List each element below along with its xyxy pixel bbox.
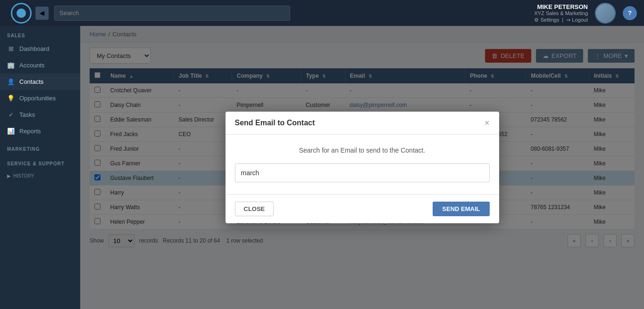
modal-footer: CLOSE SEND EMAIL (226, 194, 499, 223)
sidebar-item-opportunities[interactable]: 💡 Opportunities (0, 90, 80, 106)
logout-link[interactable]: Logout (572, 17, 588, 23)
help-button[interactable]: ? (623, 6, 637, 20)
settings-link[interactable]: Settings (540, 17, 559, 23)
history-label: HISTORY (13, 173, 34, 179)
modal-close-button[interactable]: CLOSE (235, 202, 274, 216)
sidebar-item-label: Opportunities (19, 95, 56, 102)
modal-header: Send Email to Contact × (226, 112, 499, 135)
main-layout: SALES ⊞ Dashboard 🏢 Accounts 👤 Contacts … (0, 26, 644, 309)
sidebar: SALES ⊞ Dashboard 🏢 Accounts 👤 Contacts … (0, 26, 80, 309)
modal-body: Search for an Email to send to the Conta… (226, 135, 499, 194)
sidebar-item-tasks[interactable]: ✓ Tasks (0, 106, 80, 123)
tasks-icon: ✓ (7, 111, 15, 118)
sidebar-item-contacts[interactable]: 👤 Contacts (0, 73, 80, 90)
nav-right-section: MIKE PETERSON XYZ Sales & Marketing ⚙ Se… (534, 3, 637, 24)
user-info-block: MIKE PETERSON XYZ Sales & Marketing ⚙ Se… (534, 3, 588, 23)
sidebar-item-reports[interactable]: 📊 Reports (0, 123, 80, 139)
modal-close-x-button[interactable]: × (485, 119, 490, 127)
nav-collapse-button[interactable]: ◀ (35, 7, 49, 20)
modal-title: Send Email to Contact (235, 119, 315, 127)
logout-icon: ⇒ (566, 17, 570, 23)
user-name: MIKE PETERSON (534, 3, 588, 10)
sidebar-item-accounts[interactable]: 🏢 Accounts (0, 57, 80, 73)
sidebar-history-expand[interactable]: ▶ HISTORY (0, 169, 80, 183)
accounts-icon: 🏢 (7, 62, 15, 69)
sidebar-section-service: SERVICE & SUPPORT (0, 154, 80, 169)
sidebar-section-sales: SALES (0, 26, 80, 41)
avatar-image (596, 4, 615, 23)
reports-icon: 📊 (7, 128, 15, 135)
sidebar-item-label: Tasks (19, 111, 35, 118)
sidebar-item-label: Accounts (19, 62, 44, 69)
sidebar-item-label: Dashboard (19, 45, 50, 52)
search-placeholder-text: Search (59, 9, 79, 16)
modal-description: Search for an Email to send to the Conta… (235, 146, 490, 154)
sidebar-item-label: Reports (19, 128, 41, 135)
content-area: Home / Contacts My Contacts All Contacts… (80, 26, 644, 309)
avatar[interactable] (595, 3, 616, 24)
global-search-bar[interactable]: Search (54, 6, 290, 21)
send-email-modal: Send Email to Contact × Search for an Em… (226, 112, 499, 223)
modal-overlay: Send Email to Contact × Search for an Em… (80, 26, 644, 309)
expand-icon: ▶ (7, 173, 11, 179)
email-search-input[interactable] (235, 163, 490, 182)
settings-icon: ⚙ (534, 17, 539, 23)
sidebar-section-marketing: MARKETING (0, 139, 80, 154)
dashboard-icon: ⊞ (7, 45, 15, 52)
user-links: ⚙ Settings | ⇒ Logout (534, 17, 588, 23)
send-email-button[interactable]: SEND EMAIL (433, 202, 489, 216)
opportunities-icon: 💡 (7, 95, 15, 102)
contacts-icon: 👤 (7, 78, 15, 85)
sidebar-item-label: Contacts (19, 78, 43, 85)
app-logo (7, 1, 35, 25)
user-company: XYZ Sales & Marketing (534, 10, 588, 16)
sidebar-item-dashboard[interactable]: ⊞ Dashboard (0, 41, 80, 57)
top-navigation: ◀ Search MIKE PETERSON XYZ Sales & Marke… (0, 0, 644, 26)
